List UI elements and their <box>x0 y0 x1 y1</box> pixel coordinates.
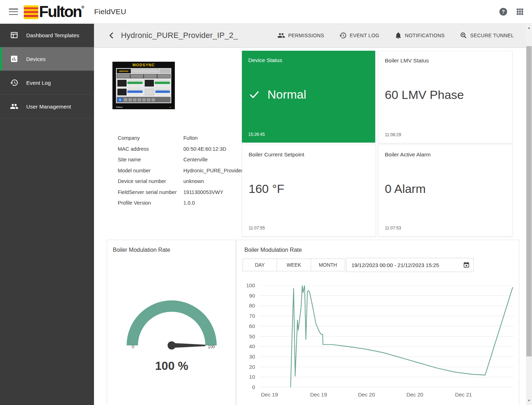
sidebar-item-label: User Management <box>26 104 71 110</box>
range-button-month[interactable]: MONTH <box>311 259 345 271</box>
people-icon <box>10 102 18 111</box>
y-axis-tick: 80 <box>239 303 255 309</box>
device-header: Hydronic_PURE_Provider_IP_2_ PERMISSIONS… <box>94 23 526 48</box>
y-axis-tick: 60 <box>239 323 255 329</box>
sidebar-item-user-management[interactable]: User Management <box>0 95 94 118</box>
thumbnail-title: MODSYNC <box>112 63 175 67</box>
permissions-button[interactable]: PERMISSIONS <box>277 32 324 39</box>
fulton-logo: Fulton ® <box>24 5 84 19</box>
magnifier-stats-icon <box>460 32 467 39</box>
card-timestamp: 11:07:53 <box>385 226 401 231</box>
card-title: Boiler Current Setpoint <box>249 151 304 158</box>
sidebar-item-label: Devices <box>26 56 46 62</box>
history-icon <box>339 32 347 39</box>
device-title: Hydronic_PURE_Provider_IP_2_ <box>121 31 238 40</box>
sidebar-item-dashboard-templates[interactable]: Dashboard Templates <box>0 23 94 47</box>
boiler-active-alarm-card[interactable]: Boiler Active Alarm 0 Alarm 11:07:53 <box>378 145 512 237</box>
sidebar-item-label: Dashboard Templates <box>26 32 79 38</box>
y-axis-tick: 90 <box>239 293 255 299</box>
card-value: Normal <box>248 88 306 101</box>
info-row: FieldServer serial number1911300053VWY <box>118 187 245 198</box>
date-range-field[interactable]: 19/12/2023 00:00 - 21/12/2023 15:25 <box>346 258 474 272</box>
notifications-button[interactable]: NOTIFICATIONS <box>394 32 445 39</box>
calendar-icon[interactable] <box>463 261 470 268</box>
registered-mark: ® <box>81 5 84 9</box>
y-axis-tick: 40 <box>239 343 255 349</box>
date-range-value: 19/12/2023 00:00 - 21/12/2023 15:25 <box>351 262 439 268</box>
help-icon[interactable]: ? <box>499 7 508 16</box>
info-row: Device serial numberunknown <box>118 176 245 187</box>
scroll-up-arrow[interactable]: ▲ <box>526 25 532 31</box>
card-value: 160 °F <box>249 182 284 196</box>
gauge-needle <box>168 342 206 350</box>
svg-text:?: ? <box>502 9 505 15</box>
x-axis-tick: Dec 19 <box>255 392 284 398</box>
card-value: 60 LMV Phase <box>385 88 464 102</box>
info-row: Site nameCenterville <box>118 154 245 165</box>
dashboard-template-icon <box>10 31 18 39</box>
device-thumbnail: MODSYNC MODSYNC S Fulton▪▪▪ <box>112 62 175 109</box>
app-title: FieldVEU <box>94 7 126 16</box>
x-axis-tick: Dec 20 <box>401 392 429 398</box>
boiler-current-setpoint-card[interactable]: Boiler Current Setpoint 160 °F 11:07:55 <box>242 145 376 237</box>
range-button-week[interactable]: WEEK <box>277 259 311 271</box>
y-axis-tick: 10 <box>239 374 255 380</box>
gauge-panel-title: Boiler Modulation Rate <box>113 247 170 253</box>
card-title: Boiler Active Alarm <box>385 151 431 158</box>
card-title: Device Status <box>248 57 282 63</box>
line-chart: 0102030405060708090100Dec 19Dec 19Dec 20… <box>237 279 518 405</box>
card-timestamp: 11:08:29 <box>385 132 401 137</box>
sidebar-item-event-log[interactable]: Event Log <box>0 71 94 95</box>
x-axis-tick: Dec 21 <box>449 392 478 398</box>
boiler-lmv-status-card[interactable]: Boiler LMV Status 60 LMV Phase 11:08:29 <box>378 51 512 143</box>
range-button-group: DAY WEEK MONTH <box>243 259 345 271</box>
secure-tunnel-label: SECURE TUNNEL <box>470 33 514 38</box>
device-info-table: CompanyFulton MAC address00:50:4E:60:12:… <box>118 133 245 209</box>
event-log-label: EVENT LOG <box>350 33 379 38</box>
people-icon <box>277 32 285 39</box>
devices-chart-icon <box>10 55 18 63</box>
y-axis-tick: 70 <box>239 313 255 319</box>
info-row: CompanyFulton <box>118 133 245 144</box>
menu-icon[interactable] <box>9 9 18 15</box>
scroll-down-arrow[interactable]: ▼ <box>526 398 532 404</box>
permissions-label: PERMISSIONS <box>288 33 324 38</box>
card-title: Boiler LMV Status <box>385 57 429 64</box>
line-chart-plot <box>259 285 514 387</box>
card-timestamp: 11:07:55 <box>249 226 265 231</box>
info-row: Model numberHydronic_PURE_Provider <box>118 165 245 176</box>
chart-panel: Boiler Modulation Rate DAY WEEK MONTH 19… <box>236 240 519 405</box>
sidebar-item-label: Event Log <box>26 80 51 86</box>
notifications-label: NOTIFICATIONS <box>405 33 445 38</box>
back-icon[interactable] <box>107 31 116 40</box>
y-axis-tick: 0 <box>239 384 255 390</box>
y-axis-tick: 30 <box>239 354 255 360</box>
event-log-button[interactable]: EVENT LOG <box>339 32 379 39</box>
app-bar: Fulton ® FieldVEU ? <box>0 0 532 24</box>
x-axis-tick: Dec 19 <box>304 392 333 398</box>
info-row: MAC address00:50:4E:60:12:3D <box>118 144 245 155</box>
vertical-scrollbar[interactable]: ▲ ▼ <box>526 23 532 405</box>
gauge-value-label: 100 % <box>107 359 236 373</box>
secure-tunnel-button[interactable]: SECURE TUNNEL <box>460 32 514 39</box>
apps-grid-icon[interactable] <box>516 7 524 16</box>
info-row: Profile Version1.0.0 <box>118 198 245 209</box>
history-icon <box>10 78 18 87</box>
check-icon <box>248 89 260 101</box>
bell-icon <box>394 32 402 39</box>
y-axis-tick: 50 <box>239 333 255 339</box>
card-value: 0 Alarm <box>385 182 426 196</box>
sidebar: Dashboard Templates Devices Event Log Us… <box>0 23 94 405</box>
chart-panel-title: Boiler Modulation Rate <box>244 247 302 253</box>
gauge-chart <box>121 297 223 350</box>
fulton-logo-text: Fulton <box>39 5 81 19</box>
x-axis-tick: Dec 20 <box>352 392 381 398</box>
scrollbar-thumb[interactable] <box>526 46 532 356</box>
gauge-min-label: 0 <box>128 344 138 349</box>
card-timestamp: 15:26:45 <box>248 132 265 137</box>
sidebar-item-devices[interactable]: Devices <box>0 47 94 71</box>
range-button-day[interactable]: DAY <box>243 259 277 271</box>
y-axis-tick: 20 <box>239 364 255 370</box>
device-status-card[interactable]: Device Status Normal 15:26:45 <box>242 51 375 143</box>
fulton-logo-stripes <box>24 5 38 19</box>
